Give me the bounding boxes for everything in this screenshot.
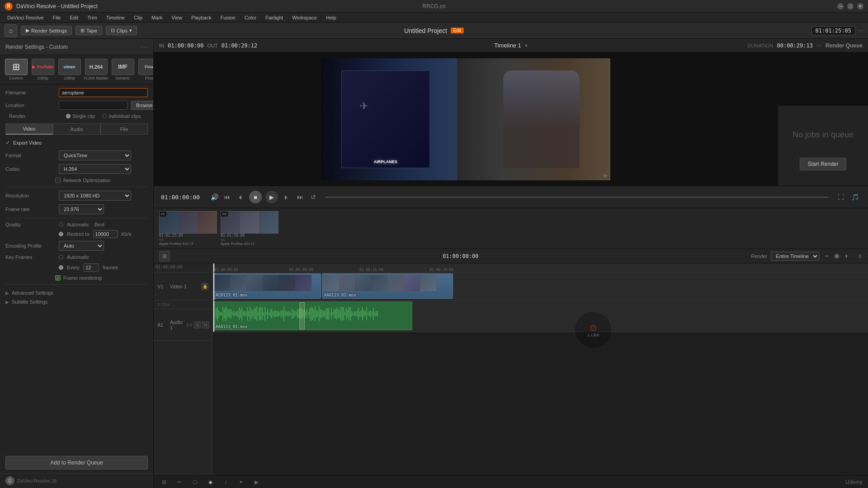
menu-mark[interactable]: Mark — [148, 14, 166, 21]
encoding-profile-select[interactable]: Auto Baseline Main — [59, 241, 104, 251]
out-timecode[interactable]: 01:00:29:12 — [222, 42, 257, 49]
menu-fusion[interactable]: Fusion — [217, 14, 239, 21]
preview-more-icon[interactable]: ⋯ — [816, 42, 822, 49]
skip-to-start-button[interactable]: ⏮ — [222, 192, 232, 202]
tab-file[interactable]: File — [100, 123, 148, 135]
audio-solo-icon[interactable]: S — [194, 321, 201, 328]
timeline-settings-icon[interactable]: ⊞ — [159, 251, 170, 262]
video-track-clips[interactable]: AC0113_01.mov — [212, 272, 868, 300]
individual-clips-option[interactable]: Individual clips — [102, 113, 141, 119]
playback-scrubber[interactable] — [325, 197, 829, 198]
minimize-button[interactable]: ─ — [837, 3, 844, 9]
maximize-button[interactable]: □ — [847, 3, 854, 9]
menu-edit[interactable]: Edit — [66, 14, 82, 21]
menu-view[interactable]: View — [168, 14, 186, 21]
individual-clips-radio[interactable] — [102, 114, 107, 118]
timeline-timecode-display[interactable]: 01:00:00:00 — [443, 253, 478, 259]
menu-file[interactable]: File — [49, 14, 65, 21]
timecode-input[interactable]: 01:01:25:05 — [811, 26, 855, 35]
start-render-button[interactable]: Start Render — [800, 158, 846, 170]
preset-vimeo[interactable]: vimeo 1080p — [57, 59, 82, 80]
close-button[interactable]: ✕ — [857, 3, 863, 9]
menu-trim[interactable]: Trim — [84, 14, 101, 21]
menu-timeline[interactable]: Timeline — [103, 14, 128, 21]
preset-h264[interactable]: H.264 H.264 Master — [84, 59, 108, 80]
more-options-icon[interactable]: ⋯ — [858, 28, 863, 34]
bottom-fx-icon[interactable]: ✦ — [236, 477, 246, 487]
preset-custom[interactable]: ⊞ Custom — [4, 59, 28, 80]
subtitle-settings-header[interactable]: ▶ Subtitle Settings — [5, 297, 148, 306]
format-select[interactable]: QuickTime MP4 MXF — [59, 150, 131, 160]
video-clip-1[interactable]: AC0113_01.mov — [213, 273, 321, 299]
menu-playback[interactable]: Playback — [188, 14, 215, 21]
single-clip-option[interactable]: Single clip — [66, 113, 95, 119]
network-opt-checkbox[interactable] — [55, 178, 61, 183]
advanced-settings-header[interactable]: ▶ Advanced Settings — [5, 288, 148, 297]
keyframes-every-radio[interactable] — [59, 265, 63, 270]
keyframes-every-input[interactable] — [83, 263, 99, 272]
prev-frame-button[interactable]: ⏴ — [236, 192, 245, 202]
zoom-slider-dot[interactable] — [835, 254, 839, 258]
home-button[interactable]: ⌂ — [5, 24, 17, 37]
quality-restrict-radio[interactable] — [59, 232, 63, 236]
audio-track-clips[interactable]: AA0113_01.mov — [212, 300, 868, 332]
bottom-audio-icon[interactable]: ♪ — [221, 477, 231, 487]
play-button[interactable]: ▶ — [265, 191, 278, 203]
render-settings-button[interactable]: ▶ Render Settings — [21, 26, 72, 35]
menu-color[interactable]: Color — [241, 14, 260, 21]
framerate-select[interactable]: 23.976 24 25 29.97 — [59, 204, 104, 214]
audio-mute-icon[interactable]: M — [202, 321, 209, 328]
menu-clip[interactable]: Clip — [130, 14, 146, 21]
bottom-clip-icon[interactable]: ⊞ — [159, 477, 169, 487]
tab-audio[interactable]: Audio — [53, 123, 100, 135]
zoom-plus-icon[interactable]: + — [843, 252, 850, 260]
clip-item-1[interactable]: 01 01:01:25:05 V1 Apple ProRes 422 LT — [159, 211, 217, 246]
stop-button[interactable]: ■ — [249, 191, 262, 203]
timeline-dropdown-icon[interactable]: ▾ — [525, 42, 528, 49]
render-settings-options-icon[interactable]: ⋯ — [141, 42, 148, 51]
audio-clip-1[interactable]: AA0113_01.mov — [213, 301, 412, 330]
clip-item-2[interactable]: 02 01:01:50:08 V1 Apple ProRes 422 LT — [221, 211, 278, 246]
video-lock-icon[interactable]: 🔒 — [201, 283, 208, 290]
tab-video[interactable]: Video — [5, 123, 53, 135]
codec-select[interactable]: H.264 H.265 ProRes — [59, 164, 131, 174]
bottom-color-icon[interactable]: ⬡ — [190, 477, 200, 487]
bottom-deliver-icon[interactable]: ▶ — [251, 477, 261, 487]
menu-davinci[interactable]: DaVinci Resolve — [4, 14, 47, 21]
keyframes-auto-radio[interactable] — [59, 255, 63, 259]
render-range-select[interactable]: Entire Timeline In/Out Range — [771, 252, 819, 261]
clips-button[interactable]: ⊡ Clips ▾ — [106, 26, 137, 35]
menu-fairlight[interactable]: Fairlight — [262, 14, 287, 21]
video-clip-2[interactable]: AA0113_01.mov — [322, 273, 453, 299]
track-area[interactable]: 01:00:00:00 01:00:08:00 01:00:16:00 01:0… — [212, 263, 868, 475]
add-to-queue-button[interactable]: Add to Render Queue — [5, 456, 148, 469]
preset-final[interactable]: Final Final — [137, 59, 153, 80]
audio-settings-button[interactable]: 🎵 — [849, 192, 861, 202]
quality-auto-radio[interactable] — [59, 222, 63, 227]
audio-mixer-icon[interactable]: 🎚 — [858, 253, 863, 259]
resolution-select[interactable]: 868 x 488 HD 3840 x 2160 UHD — [59, 191, 131, 201]
frame-reordering-checkbox[interactable]: ✓ — [55, 275, 61, 281]
next-frame-button[interactable]: ⏵ — [282, 192, 292, 202]
fullscreen-button[interactable]: ⛶ — [836, 192, 846, 202]
quality-value-input[interactable] — [93, 230, 118, 238]
zoom-minus-icon[interactable]: − — [823, 252, 830, 260]
loop-button[interactable]: ↺ — [309, 192, 318, 202]
single-clip-radio[interactable] — [66, 114, 71, 118]
render-queue-header-label[interactable]: Render Queue — [826, 42, 863, 49]
tape-button[interactable]: ⊞ Tape — [75, 26, 102, 35]
preview-expand-icon[interactable]: ▶ — [604, 172, 608, 178]
skip-to-end-button[interactable]: ⏭ — [295, 192, 305, 202]
preset-youtube[interactable]: ▶ YouTube 1080p — [30, 59, 55, 80]
filename-input[interactable] — [59, 88, 148, 97]
location-input[interactable] — [59, 101, 127, 110]
playback-timecode[interactable]: 01:00:00:00 — [161, 194, 200, 201]
volume-icon[interactable]: 🔊 — [211, 193, 218, 201]
menu-help[interactable]: Help — [322, 14, 340, 21]
in-timecode[interactable]: 01:00:00:00 — [168, 42, 203, 49]
browse-button[interactable]: Browse — [131, 101, 153, 110]
bottom-edit-icon[interactable]: ◈ — [205, 477, 215, 487]
preset-imf[interactable]: IMF Generic — [110, 59, 135, 80]
bottom-cut-icon[interactable]: ✂ — [175, 477, 184, 487]
menu-workspace[interactable]: Workspace — [288, 14, 321, 21]
